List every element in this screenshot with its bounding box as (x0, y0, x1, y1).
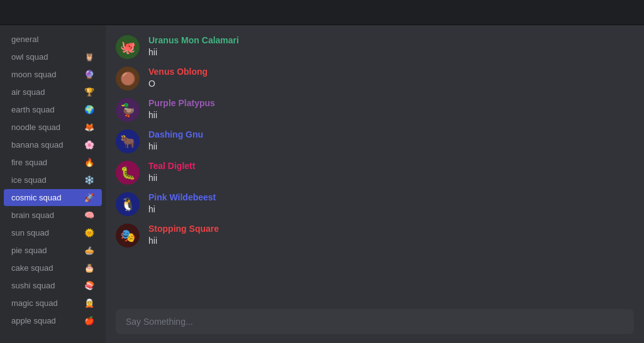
sidebar-item-owl-squad[interactable]: owl squad🦉 (4, 48, 102, 65)
sidebar-item-label: magic squad (11, 298, 80, 308)
sidebar-item-emoji: 🌍 (84, 105, 94, 114)
message: 🎭 Stopping Square hii (106, 220, 644, 251)
sidebar-item-label: cake squad (11, 263, 80, 273)
sidebar-item-moon-squad[interactable]: moon squad🔮 (4, 66, 102, 83)
avatar: 🦆 (116, 98, 140, 122)
sidebar-item-emoji: 🧠 (84, 210, 94, 220)
message-content: Stopping Square hii (148, 224, 219, 248)
message: 🐛 Teal Diglett hii (106, 157, 644, 188)
avatar: 🐂 (116, 129, 140, 153)
avatar: 🎭 (116, 224, 140, 248)
sidebar-item-emoji: 🌸 (84, 140, 94, 150)
sidebar-item-emoji: ❄️ (84, 175, 94, 185)
sidebar-item-emoji: 🏆 (84, 87, 94, 97)
message-text: hii (148, 235, 219, 248)
message: 🐂 Dashing Gnu hii (106, 126, 644, 157)
sidebar-item-cake-squad[interactable]: cake squad🎂 (4, 259, 102, 276)
message-content: Pink Wildebeest hi (148, 192, 216, 216)
sidebar-item-label: ice squad (11, 175, 80, 185)
avatar: 🐧 (116, 192, 140, 216)
sidebar-item-label: banana squad (11, 140, 80, 150)
message-author: Pink Wildebeest (148, 192, 216, 202)
sidebar-item-ice-squad[interactable]: ice squad❄️ (4, 172, 102, 188)
sidebar-item-cosmic-squad[interactable]: cosmic squad🚀 (4, 189, 102, 206)
sidebar-item-label: earth squad (11, 105, 80, 114)
message-content: Uranus Mon Calamari hii (148, 35, 239, 59)
message-text: hii (148, 141, 203, 153)
message-author: Dashing Gnu (148, 129, 203, 139)
message: 🐙 Uranus Mon Calamari hii (106, 31, 644, 63)
sidebar: generalowl squad🦉moon squad🔮air squad🏆ea… (0, 25, 106, 343)
message-content: Dashing Gnu hii (148, 129, 203, 153)
sidebar-item-emoji: 🚀 (84, 193, 94, 202)
message-content: Purple Platypus hii (148, 98, 215, 122)
message-author: Purple Platypus (148, 98, 215, 108)
sidebar-item-label: apple squad (11, 316, 80, 325)
sidebar-item-label: general (11, 35, 91, 44)
sidebar-item-label: brain squad (11, 210, 80, 220)
input-area (106, 303, 644, 343)
message-input[interactable] (116, 309, 634, 334)
avatar: 🐙 (116, 35, 140, 59)
sidebar-item-earth-squad[interactable]: earth squad🌍 (4, 101, 102, 118)
sidebar-item-air-squad[interactable]: air squad🏆 (4, 84, 102, 101)
sidebar-item-fire-squad[interactable]: fire squad🔥 (4, 154, 102, 171)
sidebar-item-emoji: 🌞 (84, 228, 94, 237)
sidebar-item-label: sun squad (11, 228, 80, 237)
sidebar-item-label: air squad (11, 87, 80, 97)
sidebar-item-emoji: 🧝 (84, 298, 94, 308)
message: 🐧 Pink Wildebeest hi (106, 188, 644, 220)
chat-area: 🐙 Uranus Mon Calamari hii 🟤 Venus Oblong… (106, 25, 644, 343)
message-content: Teal Diglett hii (148, 161, 195, 185)
sidebar-item-label: sushi squad (11, 281, 80, 290)
message: 🦆 Purple Platypus hii (106, 94, 644, 126)
sidebar-item-label: fire squad (11, 158, 80, 167)
sidebar-item-sun-squad[interactable]: sun squad🌞 (4, 224, 102, 241)
sidebar-item-emoji: 🔥 (84, 158, 94, 167)
sidebar-item-label: owl squad (11, 52, 80, 62)
message-author: Uranus Mon Calamari (148, 35, 239, 45)
message-text: hii (148, 109, 215, 122)
sidebar-item-apple-squad[interactable]: apple squad🍎 (4, 312, 102, 329)
titlebar (0, 0, 644, 25)
sidebar-item-sushi-squad[interactable]: sushi squad🍣 (4, 277, 102, 294)
message-author: Stopping Square (148, 224, 219, 234)
sidebar-item-noodle-squad[interactable]: noodle squad🦊 (4, 119, 102, 136)
sidebar-item-label: cosmic squad (11, 193, 80, 202)
message: 🟤 Venus Oblong O (106, 63, 644, 94)
sidebar-item-general[interactable]: general (4, 31, 102, 48)
message-text: O (148, 78, 208, 90)
sidebar-item-emoji: 🥧 (84, 246, 94, 255)
sidebar-item-label: pie squad (11, 246, 80, 255)
message-text: hii (148, 172, 195, 185)
message-author: Teal Diglett (148, 161, 195, 171)
sidebar-item-pie-squad[interactable]: pie squad🥧 (4, 242, 102, 259)
avatar: 🐛 (116, 161, 140, 185)
message-author: Venus Oblong (148, 67, 208, 77)
sidebar-item-emoji: 🦊 (84, 122, 94, 132)
sidebar-item-brain-squad[interactable]: brain squad🧠 (4, 207, 102, 224)
avatar: 🟤 (116, 67, 140, 90)
message-text: hi (148, 204, 216, 216)
sidebar-item-emoji: 🍎 (84, 316, 94, 325)
sidebar-item-emoji: 🍣 (84, 281, 94, 290)
sidebar-item-emoji: 🦉 (84, 52, 94, 62)
message-content: Venus Oblong O (148, 67, 208, 90)
messages-container: 🐙 Uranus Mon Calamari hii 🟤 Venus Oblong… (106, 25, 644, 303)
sidebar-item-label: moon squad (11, 70, 80, 79)
sidebar-item-banana-squad[interactable]: banana squad🌸 (4, 136, 102, 153)
sidebar-item-label: noodle squad (11, 122, 80, 132)
sidebar-item-magic-squad[interactable]: magic squad🧝 (4, 295, 102, 312)
message-text: hii (148, 46, 239, 59)
sidebar-item-emoji: 🎂 (84, 263, 94, 273)
sidebar-item-emoji: 🔮 (84, 70, 94, 79)
app-body: generalowl squad🦉moon squad🔮air squad🏆ea… (0, 25, 644, 343)
